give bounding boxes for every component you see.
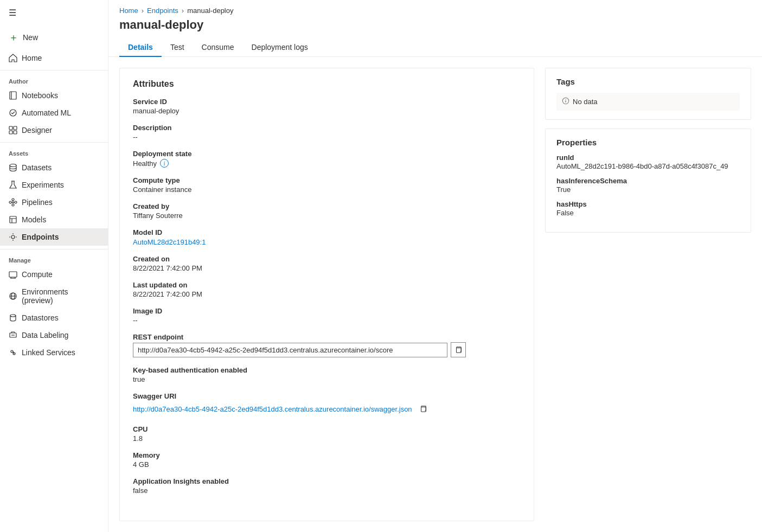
- new-button[interactable]: ＋ New: [0, 25, 108, 49]
- datastores-icon: [9, 313, 17, 322]
- attr-swagger-uri: Swagger URI http://d0a7ea30-4cb5-4942-a2…: [133, 392, 521, 416]
- attr-model-id-value[interactable]: AutoML28d2c191b49:1: [133, 238, 206, 246]
- no-data-icon: [562, 97, 569, 106]
- svg-rect-0: [10, 92, 16, 99]
- sidebar-item-linked-services[interactable]: Linked Services: [0, 344, 108, 361]
- datastores-label: Datastores: [22, 313, 59, 322]
- sidebar-item-endpoints[interactable]: Endpoints: [0, 228, 108, 246]
- endpoints-label: Endpoints: [22, 233, 59, 241]
- environments-icon: [9, 292, 17, 300]
- automated-ml-icon: [9, 108, 17, 117]
- prop-has-https-value: False: [556, 209, 740, 217]
- svg-rect-3: [9, 126, 12, 130]
- attr-description-value: --: [133, 133, 521, 141]
- svg-point-9: [9, 201, 11, 203]
- attr-created-by-label: Created by: [133, 202, 521, 210]
- attr-compute-type-value: Container instance: [133, 185, 521, 194]
- linked-services-label: Linked Services: [22, 348, 75, 357]
- datasets-icon: [9, 163, 17, 172]
- svg-rect-6: [14, 131, 17, 134]
- attr-created-on: Created on 8/22/2021 7:42:00 PM: [133, 255, 521, 272]
- svg-point-2: [10, 110, 16, 116]
- sidebar-item-environments[interactable]: Environments (preview): [0, 283, 108, 309]
- attr-image-id-label: Image ID: [133, 307, 521, 315]
- environments-label: Environments (preview): [22, 287, 99, 305]
- divider-author: [0, 70, 108, 70]
- hamburger-icon: ☰: [9, 8, 16, 17]
- hamburger-menu-button[interactable]: ☰: [0, 0, 108, 25]
- assets-section-label: Assets: [0, 146, 108, 159]
- attr-memory-value: 4 GB: [133, 460, 521, 469]
- sidebar: ☰ ＋ New Home Author Notebooks Automated …: [0, 0, 108, 532]
- sidebar-item-datasets[interactable]: Datasets: [0, 159, 108, 176]
- prop-has-inference-schema-value: True: [556, 185, 740, 194]
- tab-test[interactable]: Test: [162, 39, 193, 57]
- designer-icon: [9, 126, 17, 134]
- svg-rect-5: [9, 131, 12, 134]
- tags-title: Tags: [556, 77, 740, 86]
- attr-created-by-value: Tiffany Souterre: [133, 211, 521, 220]
- attr-app-insights-label: Application Insights enabled: [133, 477, 521, 485]
- sidebar-item-notebooks[interactable]: Notebooks: [0, 87, 108, 104]
- attr-memory-label: Memory: [133, 451, 521, 459]
- experiments-label: Experiments: [22, 181, 64, 189]
- sidebar-item-designer[interactable]: Designer: [0, 121, 108, 139]
- svg-point-24: [10, 315, 16, 317]
- attr-deployment-state: Deployment state Healthy i: [133, 150, 521, 168]
- copy-swagger-uri-button[interactable]: [415, 401, 431, 416]
- prop-has-inference-schema-label: hasInferenceSchema: [556, 177, 740, 185]
- attr-service-id-label: Service ID: [133, 98, 521, 106]
- compute-label: Compute: [22, 270, 53, 279]
- attr-created-on-value: 8/22/2021 7:42:00 PM: [133, 264, 521, 272]
- attr-last-updated: Last updated on 8/22/2021 7:42:00 PM: [133, 281, 521, 298]
- models-label: Models: [22, 215, 46, 224]
- tabs-bar: Details Test Consume Deployment logs: [108, 32, 762, 57]
- copy-rest-endpoint-button[interactable]: [451, 342, 466, 357]
- datasets-label: Datasets: [22, 163, 52, 172]
- breadcrumb-endpoints[interactable]: Endpoints: [147, 7, 178, 15]
- attributes-title: Attributes: [133, 79, 521, 89]
- attributes-panel: Attributes Service ID manual-deploy Desc…: [119, 68, 534, 521]
- sidebar-item-home[interactable]: Home: [0, 49, 108, 67]
- breadcrumb: Home › Endpoints › manual-deploy: [108, 0, 762, 15]
- prop-run-id-value: AutoML_28d2c191-b986-4bd0-a87d-a058c4f30…: [556, 162, 740, 170]
- right-panel: Tags No data Properties runId AutoML_28d…: [545, 68, 751, 521]
- sidebar-item-data-labeling[interactable]: Data Labeling: [0, 326, 108, 344]
- tab-consume[interactable]: Consume: [193, 39, 243, 57]
- attr-swagger-uri-label: Swagger URI: [133, 392, 521, 400]
- prop-run-id-label: runId: [556, 153, 740, 162]
- attr-app-insights-value: false: [133, 486, 521, 495]
- attr-model-id-label: Model ID: [133, 228, 521, 236]
- prop-has-https: hasHttps False: [556, 200, 740, 217]
- attr-compute-type: Compute type Container instance: [133, 176, 521, 194]
- prop-has-https-label: hasHttps: [556, 200, 740, 208]
- attr-key-auth-label: Key-based authentication enabled: [133, 366, 521, 374]
- sidebar-item-compute[interactable]: Compute: [0, 266, 108, 283]
- manage-section-label: Manage: [0, 253, 108, 266]
- properties-title: Properties: [556, 138, 740, 147]
- automated-ml-label: Automated ML: [22, 108, 71, 117]
- breadcrumb-home[interactable]: Home: [119, 7, 138, 15]
- prop-run-id: runId AutoML_28d2c191-b986-4bd0-a87d-a05…: [556, 153, 740, 170]
- tags-card: Tags No data: [545, 68, 751, 120]
- notebooks-label: Notebooks: [22, 91, 58, 100]
- info-icon[interactable]: i: [160, 159, 169, 168]
- svg-point-7: [10, 164, 16, 167]
- svg-rect-17: [9, 272, 17, 277]
- sidebar-item-pipelines[interactable]: Pipelines: [0, 194, 108, 211]
- sidebar-item-datastores[interactable]: Datastores: [0, 309, 108, 326]
- tab-details[interactable]: Details: [119, 39, 162, 57]
- plus-icon: ＋: [9, 31, 18, 44]
- breadcrumb-sep-2: ›: [182, 7, 184, 15]
- sidebar-item-automated-ml[interactable]: Automated ML: [0, 104, 108, 121]
- tab-deployment-logs[interactable]: Deployment logs: [243, 39, 317, 57]
- rest-endpoint-input[interactable]: [133, 343, 447, 357]
- attr-image-id-value: --: [133, 316, 521, 324]
- attr-swagger-uri-value[interactable]: http://d0a7ea30-4cb5-4942-a25c-2ed94f5d1…: [133, 405, 412, 413]
- sidebar-item-models[interactable]: Models: [0, 211, 108, 228]
- attr-created-on-label: Created on: [133, 255, 521, 263]
- sidebar-item-experiments[interactable]: Experiments: [0, 176, 108, 194]
- attr-last-updated-value: 8/22/2021 7:42:00 PM: [133, 290, 521, 298]
- attr-deployment-state-label: Deployment state: [133, 150, 521, 158]
- attr-last-updated-label: Last updated on: [133, 281, 521, 289]
